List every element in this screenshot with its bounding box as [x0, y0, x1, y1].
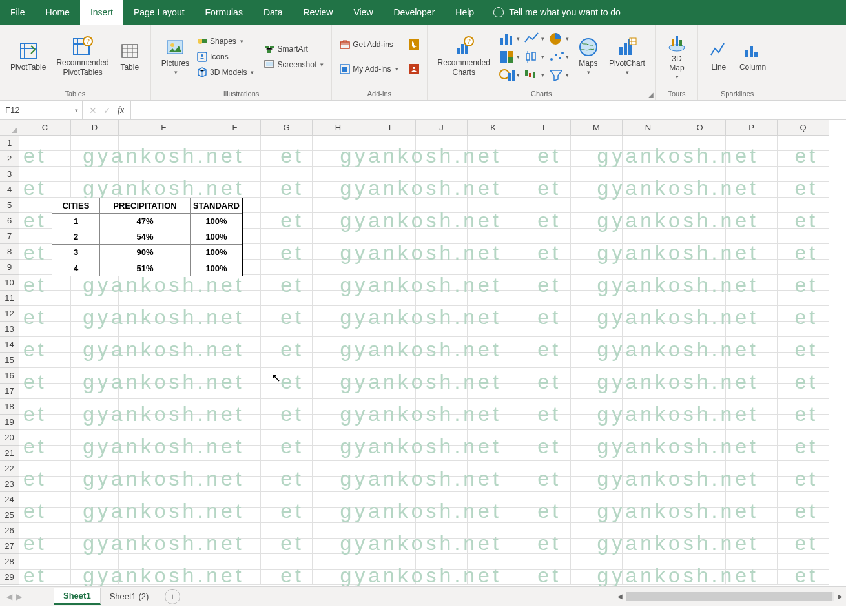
cell[interactable]	[726, 213, 778, 229]
cell[interactable]	[261, 244, 313, 260]
cell[interactable]	[313, 570, 364, 585]
column-header[interactable]: P	[726, 120, 778, 136]
table-cell[interactable]: 100%	[191, 260, 242, 276]
cell[interactable]	[313, 291, 364, 306]
cell[interactable]	[468, 353, 519, 368]
cell[interactable]	[674, 461, 726, 477]
cell[interactable]	[571, 523, 623, 539]
cell[interactable]	[468, 244, 519, 260]
cell[interactable]	[674, 167, 726, 182]
cell[interactable]	[313, 430, 364, 446]
cell[interactable]	[571, 508, 623, 523]
cell[interactable]	[778, 136, 829, 151]
cell[interactable]	[209, 337, 261, 353]
cell[interactable]	[416, 260, 468, 275]
cell[interactable]	[313, 415, 364, 430]
cell[interactable]	[71, 151, 119, 167]
cell[interactable]	[571, 353, 623, 368]
cell[interactable]	[519, 539, 571, 554]
cell[interactable]	[71, 322, 119, 337]
hierarchy-chart-button[interactable]: ▾	[499, 48, 520, 65]
cell[interactable]	[674, 213, 726, 229]
cell[interactable]	[674, 198, 726, 213]
cell[interactable]	[416, 399, 468, 415]
cell[interactable]	[261, 430, 313, 446]
cell[interactable]	[519, 508, 571, 523]
name-box-wrap[interactable]: ▾	[0, 101, 83, 119]
cell[interactable]	[313, 523, 364, 539]
row-header[interactable]: 15	[0, 353, 19, 368]
cell[interactable]	[468, 229, 519, 244]
cell[interactable]	[364, 523, 416, 539]
cell[interactable]	[571, 368, 623, 384]
cell[interactable]	[674, 384, 726, 399]
cell[interactable]	[778, 337, 829, 353]
cell[interactable]	[209, 492, 261, 508]
scroll-left-icon[interactable]: ◀	[614, 591, 626, 602]
cell[interactable]	[674, 353, 726, 368]
cell[interactable]	[416, 337, 468, 353]
3d-models-button[interactable]: 3D Models▾	[194, 66, 256, 79]
cell[interactable]	[571, 399, 623, 415]
cell[interactable]	[571, 167, 623, 182]
cell[interactable]	[416, 151, 468, 167]
cell[interactable]	[623, 415, 674, 430]
cell[interactable]	[313, 477, 364, 492]
statistic-chart-button[interactable]: ▾	[524, 48, 544, 65]
table-cell[interactable]: 47%	[100, 214, 191, 229]
cell[interactable]	[364, 260, 416, 275]
row-header[interactable]: 8	[0, 244, 19, 260]
row-header[interactable]: 6	[0, 213, 19, 229]
cell[interactable]	[468, 399, 519, 415]
column-header[interactable]: F	[209, 120, 261, 136]
cell[interactable]	[313, 198, 364, 213]
cell[interactable]	[778, 167, 829, 182]
cell[interactable]	[778, 461, 829, 477]
scroll-thumb[interactable]	[626, 592, 832, 601]
cell[interactable]	[209, 477, 261, 492]
cell[interactable]	[726, 182, 778, 198]
row-header[interactable]: 16	[0, 368, 19, 384]
cell[interactable]	[623, 384, 674, 399]
cell[interactable]	[571, 275, 623, 291]
cell[interactable]	[674, 477, 726, 492]
row-header[interactable]: 28	[0, 554, 19, 570]
cell[interactable]	[209, 275, 261, 291]
cell[interactable]	[313, 229, 364, 244]
table-cell[interactable]: 100%	[191, 229, 242, 245]
cell[interactable]	[571, 337, 623, 353]
row-header[interactable]: 29	[0, 570, 19, 585]
cell[interactable]	[778, 291, 829, 306]
cell[interactable]	[674, 306, 726, 322]
radar-chart-button[interactable]: ▾	[548, 67, 569, 83]
cell[interactable]	[119, 523, 209, 539]
cell[interactable]	[468, 136, 519, 151]
cell[interactable]	[571, 446, 623, 461]
cell[interactable]	[313, 368, 364, 384]
cell[interactable]	[519, 182, 571, 198]
cell[interactable]	[19, 461, 71, 477]
row-header[interactable]: 26	[0, 523, 19, 539]
cell[interactable]	[571, 430, 623, 446]
column-header[interactable]: G	[261, 120, 313, 136]
cell[interactable]	[726, 415, 778, 430]
table-cell[interactable]: 100%	[191, 245, 242, 260]
cell[interactable]	[623, 337, 674, 353]
cell[interactable]	[313, 306, 364, 322]
cell[interactable]	[209, 136, 261, 151]
cell[interactable]	[209, 151, 261, 167]
cell[interactable]	[571, 306, 623, 322]
cell[interactable]	[674, 229, 726, 244]
cell[interactable]	[209, 523, 261, 539]
cell[interactable]	[778, 182, 829, 198]
cell[interactable]	[261, 322, 313, 337]
cell[interactable]	[19, 275, 71, 291]
shapes-button[interactable]: Shapes▾	[194, 35, 256, 48]
cell[interactable]	[313, 492, 364, 508]
cell[interactable]	[623, 570, 674, 585]
cell[interactable]	[416, 229, 468, 244]
cell[interactable]	[364, 337, 416, 353]
cell[interactable]	[468, 523, 519, 539]
cell[interactable]	[674, 508, 726, 523]
row-header[interactable]: 25	[0, 508, 19, 523]
